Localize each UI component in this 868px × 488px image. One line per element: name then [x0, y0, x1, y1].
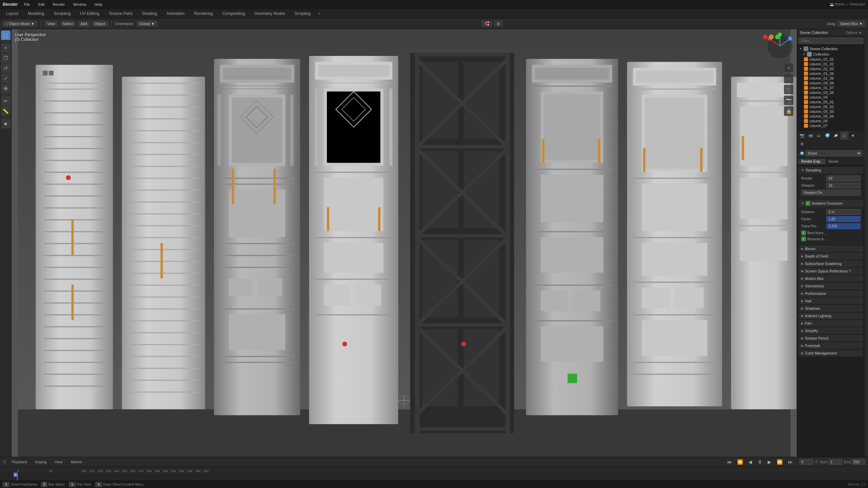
outliner-item-col01-07[interactable]: column_01_07 [797, 85, 865, 90]
outliner-options[interactable]: Options ▼ [846, 31, 862, 35]
tool-scale[interactable]: ⤢ [1, 74, 11, 83]
tab-layout[interactable]: Layout [1, 10, 23, 17]
subsurface-header[interactable]: ▶ Subsurface Scattering [798, 260, 863, 267]
viewport-value[interactable]: 16 [826, 183, 861, 188]
outliner-item-col01-05[interactable]: column_01_05 [797, 76, 865, 81]
outliner-item-col01-03[interactable]: column_01_03 [797, 66, 865, 71]
tab-rendering[interactable]: Rendering [189, 10, 217, 17]
ao-checkbox[interactable] [806, 201, 810, 206]
prop-tab-output[interactable]: 📹 [806, 131, 814, 140]
outliner-item-col01-01[interactable]: column_01_01 [797, 57, 865, 62]
viewport-de-value[interactable]: Viewport De... [801, 190, 861, 196]
timeline-keys-area[interactable]: 0 [0, 473, 868, 481]
outliner-item-col05-03[interactable]: column_05_03 [797, 109, 865, 114]
tab-uv-editing[interactable]: UV Editing [75, 10, 104, 17]
outliner-item-col05-01[interactable]: column_05_01 [797, 100, 865, 104]
menu-edit[interactable]: Edit [36, 2, 46, 7]
tl-tab-keying[interactable]: Keying [33, 459, 50, 465]
outliner-item-col05-02[interactable]: column_05_02 [797, 104, 865, 109]
tool-cursor[interactable]: ⌖ [1, 43, 11, 53]
tab-compositing[interactable]: Compositing [218, 10, 250, 17]
render-engine-tab[interactable]: Render Engi... [798, 159, 826, 164]
volumetrics-header[interactable]: ▶ Volumetrics [798, 283, 863, 289]
menu-window[interactable]: Window [71, 2, 88, 7]
prop-tab-render[interactable]: 📷 [798, 131, 806, 140]
outliner-item-col04[interactable]: column_04 [797, 95, 865, 100]
viewport-camera[interactable]: 📷 [784, 96, 793, 105]
tab-scripting[interactable]: Scripting [290, 10, 315, 17]
tab-add-button[interactable]: + [315, 10, 323, 17]
factor-value[interactable]: 1.00 [826, 216, 861, 222]
viewport-3d[interactable]: User Perspective (0) Collection [12, 29, 797, 457]
shadows-header[interactable]: ▶ Shadows [798, 305, 863, 312]
select-menu[interactable]: Select [60, 21, 76, 27]
tool-add-cube[interactable]: ■ [1, 119, 11, 128]
view-menu[interactable]: View [44, 21, 58, 27]
tl-jump-end[interactable]: ⏭ [787, 459, 794, 465]
outliner-collection-main[interactable]: ▼ Collection [797, 52, 865, 57]
viewport-zoom-in[interactable]: + [784, 63, 793, 73]
outliner-item-col03-04[interactable]: column_03_04 [797, 90, 865, 95]
menu-render[interactable]: Render [51, 2, 67, 7]
tl-jump-start[interactable]: ⏮ [726, 459, 733, 465]
tl-end-frame[interactable] [852, 459, 865, 465]
tab-shading[interactable]: Shading [137, 10, 162, 17]
bounces-checkbox[interactable] [801, 237, 806, 241]
render-value[interactable]: 64 [826, 176, 861, 181]
outliner-item-col06[interactable]: column_06 [797, 119, 865, 123]
add-menu[interactable]: Add [78, 21, 90, 27]
menu-file[interactable]: File [22, 2, 32, 7]
color-management-header[interactable]: ▶ Color Management [798, 350, 863, 357]
grease-pencil-header[interactable]: ▶ Grease Pencil [798, 335, 863, 342]
outliner-item-col05-04[interactable]: column_05_04 [797, 114, 865, 119]
hair-header[interactable]: ▶ Hair [798, 298, 863, 304]
tl-prev-keyframe[interactable]: ⏪ [736, 459, 744, 465]
viewport-zoom-fit[interactable]: □ [784, 85, 793, 94]
indirect-lighting-header[interactable]: ▶ Indirect Lighting [798, 312, 863, 319]
timeline-scrubber[interactable]: 0 50 100 110 120 130 140 150 160 170 180… [0, 467, 868, 481]
ssr-header[interactable]: ▶ Screen Space Reflections ? [798, 268, 863, 274]
select-box-button[interactable]: Select Box ▼ [837, 21, 865, 27]
tl-tab-marker[interactable]: Marker [68, 459, 85, 465]
tl-prev-frame[interactable]: ◀ [747, 459, 753, 465]
tool-select[interactable]: ⬚ [1, 30, 11, 40]
prop-tab-view-layer[interactable]: 🗂 [815, 131, 823, 140]
outliner-search-input[interactable] [798, 38, 863, 44]
tool-measure[interactable]: 📏 [1, 106, 11, 116]
tl-play[interactable]: ⏸ [756, 459, 764, 465]
proportional-edit-button[interactable]: ◎ [494, 20, 503, 27]
scene-dropdown[interactable]: Scene [805, 150, 862, 156]
mode-selector[interactable]: □ Object Mode ▼ [3, 21, 37, 27]
tab-geometry-nodes[interactable]: Geometry Nodes [250, 10, 290, 17]
outliner-item-col07[interactable]: column_07 [797, 123, 865, 128]
tl-tab-playback[interactable]: Playback [9, 459, 30, 465]
tab-sculpting[interactable]: Sculpting [49, 10, 75, 17]
tab-modeling[interactable]: Modeling [23, 10, 49, 17]
tool-rotate[interactable]: ↺ [1, 63, 11, 73]
freestyle-header[interactable]: ▶ Freestyle [798, 342, 863, 349]
prop-tab-world[interactable]: 🪐 [832, 131, 840, 140]
performance-header[interactable]: ▶ Performance [798, 290, 863, 297]
bent-norm-checkbox[interactable] [801, 230, 806, 235]
tl-next-keyframe[interactable]: ⏩ [775, 459, 784, 465]
tab-animation[interactable]: Animation [162, 10, 189, 17]
tab-texture-paint[interactable]: Texture Paint [104, 10, 137, 17]
orientation-selector[interactable]: Global ▼ [136, 21, 157, 27]
outliner-item-col01-04[interactable]: column_01_04 [797, 71, 865, 76]
film-header[interactable]: ▶ Film [798, 320, 863, 327]
tl-start-frame[interactable] [829, 459, 842, 465]
tl-next-frame[interactable]: ▶ [766, 459, 773, 465]
bloom-section-header[interactable]: ▶ Bloom [798, 245, 863, 252]
snap-button[interactable]: 🧲 [482, 20, 492, 27]
motion-blur-header[interactable]: ▶ Motion Blur [798, 275, 863, 282]
trace-pre-value[interactable]: 0.250 [826, 223, 861, 229]
tool-annotate[interactable]: ✏ [1, 96, 11, 106]
outliner-item-col03-06[interactable]: column_03_06 [797, 81, 865, 85]
prop-tab-particles[interactable]: ★ [849, 131, 857, 140]
eevee-tab[interactable]: Eevee [826, 159, 841, 164]
sampling-section-header[interactable]: ▼ Sampling [798, 167, 863, 174]
outliner-item-col01-02[interactable]: column_01_02 [797, 62, 865, 66]
tool-transform[interactable]: ✠ [1, 84, 11, 93]
object-menu[interactable]: Object [92, 21, 108, 27]
menu-help[interactable]: Help [93, 2, 104, 7]
